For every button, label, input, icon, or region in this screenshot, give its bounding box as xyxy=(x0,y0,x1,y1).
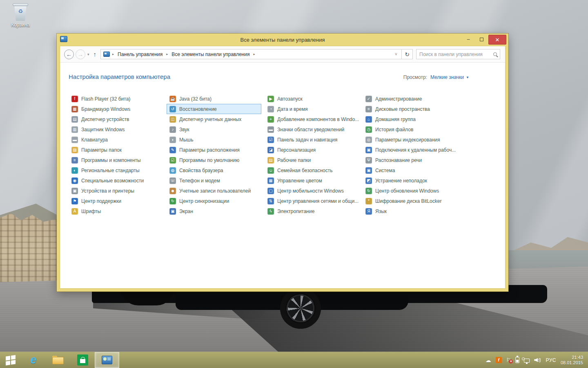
view-label: Просмотр: xyxy=(403,74,427,80)
taskbar-file-explorer[interactable] xyxy=(46,352,70,368)
storage-spaces-icon: ≡ xyxy=(365,106,372,112)
windows-update-icon: ↻ xyxy=(365,188,372,194)
flash-updater-icon[interactable]: f xyxy=(496,357,502,363)
control-panel-item-label: Специальные возможности xyxy=(81,178,144,184)
control-panel-item-label: Устранение неполадок xyxy=(375,178,427,184)
refresh-button[interactable]: ↻ xyxy=(401,49,413,59)
control-panel-item[interactable]: ▦Управление цветом xyxy=(265,175,325,186)
control-panel-item[interactable]: ☏Телефон и модем xyxy=(167,175,223,186)
power-options-icon: ϟ xyxy=(267,208,274,215)
window-system-icon[interactable] xyxy=(60,36,67,42)
internet-options-icon: ◍ xyxy=(169,167,176,174)
control-panel-item-label: Система xyxy=(375,168,395,173)
taskbar-internet-explorer[interactable]: e xyxy=(21,352,46,368)
control-panel-item[interactable]: ▬Значки области уведомлений xyxy=(265,124,347,135)
control-panel-item-label: Телефон и модем xyxy=(179,178,220,184)
control-panel-item[interactable]: AШрифты xyxy=(69,206,104,216)
close-button[interactable]: ✕ xyxy=(488,35,506,45)
action-center-flag-icon[interactable]: ⚐✕ xyxy=(506,357,511,363)
control-panel-item[interactable]: ↺Восстановление xyxy=(167,104,261,114)
control-panel-item[interactable]: ≡Дисковые пространства xyxy=(363,104,433,114)
control-panel-item[interactable]: ♪Звук xyxy=(167,124,192,135)
control-panel-item[interactable]: ▨Параметры папок xyxy=(69,145,125,155)
taskbar-control-panel[interactable] xyxy=(95,352,119,368)
titlebar[interactable]: Все элементы панели управления – ✕ xyxy=(57,34,508,46)
family-safety-icon: ☺ xyxy=(267,167,274,174)
page-title: Настройка параметров компьютера xyxy=(69,73,170,80)
maximize-button[interactable] xyxy=(475,35,488,44)
control-panel-item[interactable]: ▣Система xyxy=(363,165,398,175)
power-battery-icon[interactable] xyxy=(515,357,519,363)
taskbar-windows-store[interactable] xyxy=(70,352,95,368)
search-box[interactable] xyxy=(416,49,500,59)
control-panel-item[interactable]: ≡Программы и компоненты xyxy=(69,155,144,165)
control-panel-item[interactable]: ▣Устройства и принтеры xyxy=(69,186,137,196)
language-indicator[interactable]: РУС xyxy=(546,357,556,363)
control-panel-item[interactable]: ▶Автозапуск xyxy=(265,94,305,104)
system-tray: ☁ f ⚐✕ РУС 21:43 08.01.2015 xyxy=(486,352,588,368)
control-panel-item[interactable]: ◫Диспетчер учетных данных xyxy=(167,114,244,124)
control-panel-item[interactable]: ▢Центр мобильности Windows xyxy=(265,186,347,196)
control-panel-item[interactable]: ◉Специальные возможности xyxy=(69,175,147,186)
control-panel-item[interactable]: ◪Персонализация xyxy=(265,145,318,155)
network-icon[interactable] xyxy=(524,359,530,363)
control-panel-item[interactable]: ↻Центр обновления Windows xyxy=(363,186,442,196)
control-panel-item[interactable]: ЯЯзык xyxy=(363,206,390,216)
control-panel-item[interactable]: ▣Подключения к удаленным рабоч... xyxy=(363,145,459,155)
user-accounts-icon: ☻ xyxy=(169,188,176,194)
control-panel-item[interactable]: ▦Брандмауэр Windows xyxy=(69,104,133,114)
control-panel-item[interactable]: ▤Диспетчер устройств xyxy=(69,114,132,124)
control-panel-item[interactable]: ▥Защитник Windows xyxy=(69,124,128,135)
control-panel-item[interactable]: ▬Клавиатура xyxy=(69,135,111,145)
control-panel-item[interactable]: fFlash Player (32 бита) xyxy=(69,94,133,104)
view-dropdown[interactable]: Мелкие значки ▼ xyxy=(430,74,469,80)
control-panel-item[interactable]: ◗Мышь xyxy=(167,135,196,145)
forward-button[interactable]: → xyxy=(76,49,85,59)
control-panel-item[interactable]: ☺Семейная безопасность xyxy=(265,165,336,175)
recycle-bin-label: Корзина xyxy=(6,22,35,28)
control-panel-item[interactable]: ◩Устранение неполадок xyxy=(363,175,430,186)
taskbar-clock[interactable]: 21:43 08.01.2015 xyxy=(561,355,583,366)
control-panel-item[interactable]: ☑Программы по умолчанию xyxy=(167,155,242,165)
onedrive-cloud-icon[interactable]: ☁ xyxy=(486,357,491,364)
control-panel-item[interactable]: +Добавление компонентов в Windo... xyxy=(265,114,362,124)
control-panel-item[interactable]: ◷История файлов xyxy=(363,124,416,135)
control-panel-item[interactable]: ◐Региональные стандарты xyxy=(69,165,143,175)
back-button[interactable]: ← xyxy=(64,49,74,59)
control-panel-item[interactable]: *Шифрование диска BitLocker xyxy=(363,196,444,206)
control-panel-item[interactable]: ✓Администрирование xyxy=(363,94,425,104)
control-panel-item[interactable]: ⇅Центр управления сетями и общи... xyxy=(265,196,361,206)
address-dropdown-icon[interactable]: ˅ xyxy=(391,52,401,56)
control-panel-item[interactable]: ◍Свойства браузера xyxy=(167,165,226,175)
minimize-button[interactable]: – xyxy=(462,35,474,44)
control-panel-item[interactable]: ✎Параметры расположения xyxy=(167,145,243,155)
control-panel-item[interactable]: ϟЭлектропитание xyxy=(265,206,317,216)
control-panel-item[interactable]: ☻Учетные записи пользователей xyxy=(167,186,254,196)
start-button[interactable] xyxy=(0,352,21,368)
control-panel-item[interactable]: ⌂Домашняя группа xyxy=(363,114,419,124)
control-panel-item-label: История файлов xyxy=(375,127,413,132)
control-panel-item-label: Шифрование диска BitLocker xyxy=(375,198,441,204)
breadcrumb-control-panel[interactable]: Панель управления xyxy=(116,51,164,58)
recycle-bin[interactable]: ♻ Корзина xyxy=(6,3,35,28)
mouse-icon: ◗ xyxy=(169,137,176,143)
control-panel-item[interactable]: ☑Панель задач и навигация xyxy=(265,135,340,145)
control-panel-item-label: Клавиатура xyxy=(81,137,108,143)
up-button[interactable]: ↑ xyxy=(94,51,97,58)
control-panel-item[interactable]: ▤Рабочие папки xyxy=(265,155,314,165)
control-panel-item[interactable]: ⚑Центр поддержки xyxy=(69,196,124,206)
control-panel-item[interactable]: ◎Параметры индексирования xyxy=(363,135,443,145)
network-and-sharing-center-icon: ⇅ xyxy=(267,198,274,204)
control-panel-item[interactable]: ▣Экран xyxy=(167,206,196,216)
control-panel-item[interactable]: ☕Java (32 бита) xyxy=(167,94,214,104)
volume-icon[interactable] xyxy=(534,357,541,363)
control-panel-item[interactable]: ↻Центр синхронизации xyxy=(167,196,232,206)
control-panel-item[interactable]: ΨРаспознавание речи xyxy=(363,155,425,165)
control-panel-item[interactable]: ◔Дата и время xyxy=(265,104,310,114)
history-dropdown-icon[interactable]: ▾ xyxy=(87,52,89,56)
address-bar[interactable]: ▸ Панель управления ▸ Все элементы панел… xyxy=(100,49,402,59)
control-panel-item-label: Flash Player (32 бита) xyxy=(81,96,130,102)
keyboard-icon: ▬ xyxy=(71,137,78,143)
breadcrumb-all-items[interactable]: Все элементы панели управления xyxy=(170,51,251,58)
search-input[interactable] xyxy=(419,52,493,57)
